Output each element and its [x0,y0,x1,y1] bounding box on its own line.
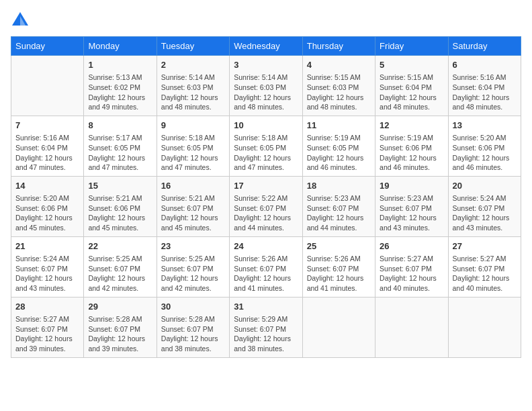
day-info: Sunrise: 5:27 AM Sunset: 6:07 PM Dayligh… [453,254,517,293]
day-number: 8 [88,120,152,132]
day-number: 12 [380,120,443,132]
day-number: 16 [161,180,225,192]
day-info: Sunrise: 5:28 AM Sunset: 6:07 PM Dayligh… [161,314,225,354]
day-number: 28 [15,301,79,313]
day-info: Sunrise: 5:24 AM Sunset: 6:07 PM Dayligh… [453,193,517,233]
logo [11,11,32,30]
calendar-cell: 4Sunrise: 5:15 AM Sunset: 6:03 PM Daylig… [302,56,375,116]
day-number: 10 [234,120,298,132]
day-number: 2 [161,59,225,71]
day-number: 13 [453,120,517,132]
calendar-cell: 12Sunrise: 5:19 AM Sunset: 6:06 PM Dayli… [375,116,448,176]
day-number: 17 [234,180,298,192]
day-info: Sunrise: 5:23 AM Sunset: 6:07 PM Dayligh… [307,193,371,233]
day-number: 31 [234,301,298,313]
calendar-cell: 15Sunrise: 5:21 AM Sunset: 6:06 PM Dayli… [84,176,157,236]
day-number: 23 [161,240,225,253]
day-info: Sunrise: 5:27 AM Sunset: 6:07 PM Dayligh… [380,254,443,293]
day-info: Sunrise: 5:28 AM Sunset: 6:07 PM Dayligh… [88,314,152,354]
week-row-3: 14Sunrise: 5:20 AM Sunset: 6:06 PM Dayli… [11,176,521,236]
calendar-cell: 11Sunrise: 5:19 AM Sunset: 6:05 PM Dayli… [302,116,375,176]
day-info: Sunrise: 5:21 AM Sunset: 6:06 PM Dayligh… [88,193,152,233]
day-number: 14 [15,180,79,192]
calendar-cell: 16Sunrise: 5:21 AM Sunset: 6:07 PM Dayli… [157,176,229,236]
logo-icon [11,11,30,30]
day-info: Sunrise: 5:26 AM Sunset: 6:07 PM Dayligh… [307,254,371,293]
day-number: 1 [88,59,152,71]
week-row-2: 7Sunrise: 5:16 AM Sunset: 6:04 PM Daylig… [11,116,521,176]
day-info: Sunrise: 5:13 AM Sunset: 6:02 PM Dayligh… [88,73,152,112]
day-info: Sunrise: 5:26 AM Sunset: 6:07 PM Dayligh… [234,254,298,293]
day-info: Sunrise: 5:29 AM Sunset: 6:07 PM Dayligh… [234,314,298,354]
calendar-cell: 8Sunrise: 5:17 AM Sunset: 6:05 PM Daylig… [84,116,157,176]
day-info: Sunrise: 5:15 AM Sunset: 6:03 PM Dayligh… [307,73,371,112]
calendar-cell: 13Sunrise: 5:20 AM Sunset: 6:06 PM Dayli… [448,116,521,176]
calendar-cell: 21Sunrise: 5:24 AM Sunset: 6:07 PM Dayli… [11,236,84,297]
calendar-table: SundayMondayTuesdayWednesdayThursdayFrid… [11,36,521,358]
header-day-tuesday: Tuesday [157,37,229,56]
day-info: Sunrise: 5:27 AM Sunset: 6:07 PM Dayligh… [15,314,79,354]
calendar-cell: 9Sunrise: 5:18 AM Sunset: 6:05 PM Daylig… [157,116,229,176]
day-info: Sunrise: 5:18 AM Sunset: 6:05 PM Dayligh… [234,133,298,173]
day-info: Sunrise: 5:23 AM Sunset: 6:07 PM Dayligh… [380,193,443,233]
day-number: 7 [15,120,79,132]
day-info: Sunrise: 5:19 AM Sunset: 6:05 PM Dayligh… [307,133,371,173]
week-row-4: 21Sunrise: 5:24 AM Sunset: 6:07 PM Dayli… [11,236,521,297]
calendar-cell: 24Sunrise: 5:26 AM Sunset: 6:07 PM Dayli… [230,236,302,297]
calendar-cell: 29Sunrise: 5:28 AM Sunset: 6:07 PM Dayli… [84,297,157,357]
calendar-cell: 14Sunrise: 5:20 AM Sunset: 6:06 PM Dayli… [11,176,84,236]
day-number: 30 [161,301,225,313]
day-number: 21 [15,240,79,253]
day-info: Sunrise: 5:20 AM Sunset: 6:06 PM Dayligh… [453,133,517,173]
day-info: Sunrise: 5:14 AM Sunset: 6:03 PM Dayligh… [161,73,225,112]
page-header [11,11,521,30]
day-info: Sunrise: 5:17 AM Sunset: 6:05 PM Dayligh… [88,133,152,173]
calendar-cell: 23Sunrise: 5:25 AM Sunset: 6:07 PM Dayli… [157,236,229,297]
week-row-1: 1Sunrise: 5:13 AM Sunset: 6:02 PM Daylig… [11,56,521,116]
day-number: 26 [380,240,443,253]
calendar-cell: 2Sunrise: 5:14 AM Sunset: 6:03 PM Daylig… [157,56,229,116]
calendar-cell: 7Sunrise: 5:16 AM Sunset: 6:04 PM Daylig… [11,116,84,176]
calendar-cell: 27Sunrise: 5:27 AM Sunset: 6:07 PM Dayli… [448,236,521,297]
day-number: 27 [453,240,517,253]
header-day-thursday: Thursday [302,37,375,56]
day-number: 29 [88,301,152,313]
calendar-cell: 1Sunrise: 5:13 AM Sunset: 6:02 PM Daylig… [84,56,157,116]
calendar-cell: 22Sunrise: 5:25 AM Sunset: 6:07 PM Dayli… [84,236,157,297]
day-number: 20 [453,180,517,192]
day-number: 9 [161,120,225,132]
calendar-cell [375,297,448,357]
day-info: Sunrise: 5:21 AM Sunset: 6:07 PM Dayligh… [161,193,225,233]
day-info: Sunrise: 5:15 AM Sunset: 6:04 PM Dayligh… [380,73,443,112]
calendar-cell: 20Sunrise: 5:24 AM Sunset: 6:07 PM Dayli… [448,176,521,236]
calendar-cell: 10Sunrise: 5:18 AM Sunset: 6:05 PM Dayli… [230,116,302,176]
day-info: Sunrise: 5:25 AM Sunset: 6:07 PM Dayligh… [88,254,152,293]
calendar-cell: 25Sunrise: 5:26 AM Sunset: 6:07 PM Dayli… [302,236,375,297]
calendar-cell: 19Sunrise: 5:23 AM Sunset: 6:07 PM Dayli… [375,176,448,236]
calendar-cell: 28Sunrise: 5:27 AM Sunset: 6:07 PM Dayli… [11,297,84,357]
header-day-saturday: Saturday [448,37,521,56]
day-number: 25 [307,240,371,253]
day-number: 6 [453,59,517,71]
calendar-header-row: SundayMondayTuesdayWednesdayThursdayFrid… [11,37,521,56]
day-info: Sunrise: 5:16 AM Sunset: 6:04 PM Dayligh… [453,73,517,112]
day-number: 24 [234,240,298,253]
day-info: Sunrise: 5:24 AM Sunset: 6:07 PM Dayligh… [15,254,79,293]
calendar-cell [448,297,521,357]
calendar-cell: 18Sunrise: 5:23 AM Sunset: 6:07 PM Dayli… [302,176,375,236]
day-number: 19 [380,180,443,192]
header-day-friday: Friday [375,37,448,56]
calendar-cell: 5Sunrise: 5:15 AM Sunset: 6:04 PM Daylig… [375,56,448,116]
day-info: Sunrise: 5:14 AM Sunset: 6:03 PM Dayligh… [234,73,298,112]
calendar-cell: 26Sunrise: 5:27 AM Sunset: 6:07 PM Dayli… [375,236,448,297]
day-number: 15 [88,180,152,192]
day-number: 4 [307,59,371,71]
day-info: Sunrise: 5:20 AM Sunset: 6:06 PM Dayligh… [15,193,79,233]
day-info: Sunrise: 5:22 AM Sunset: 6:07 PM Dayligh… [234,193,298,233]
day-number: 22 [88,240,152,253]
calendar-cell: 30Sunrise: 5:28 AM Sunset: 6:07 PM Dayli… [157,297,229,357]
day-number: 11 [307,120,371,132]
day-number: 18 [307,180,371,192]
day-info: Sunrise: 5:16 AM Sunset: 6:04 PM Dayligh… [15,133,79,173]
day-number: 3 [234,59,298,71]
